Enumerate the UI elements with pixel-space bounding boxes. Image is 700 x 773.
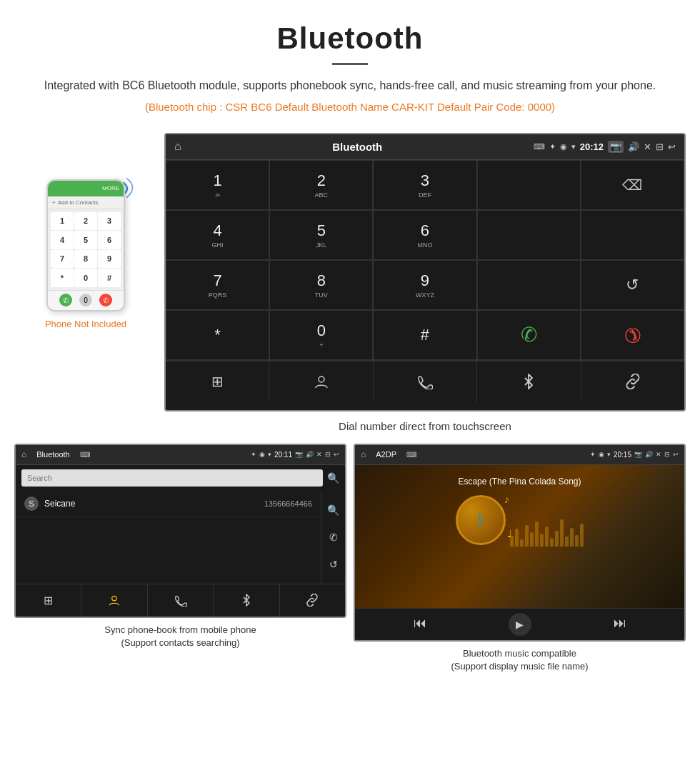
dial-display-area	[477, 160, 581, 210]
dial-key-7[interactable]: 7 PQRS	[166, 260, 269, 310]
pb-vol-icon[interactable]: 🔊	[306, 451, 314, 458]
pb-nav-bluetooth[interactable]	[214, 584, 279, 617]
pb-close-icon[interactable]: ✕	[316, 451, 322, 458]
dial-key-6[interactable]: 6 MNO	[373, 210, 476, 260]
dial-backspace[interactable]: ⌫	[581, 160, 684, 210]
volume-icon[interactable]: 🔊	[628, 141, 639, 152]
phone-screen: MORE +Add to Contacts 1 2 3 4 5 6 7 8	[48, 181, 124, 310]
pb-side-search-icon[interactable]: 🔍	[327, 504, 339, 516]
nav-link-icon[interactable]	[581, 361, 684, 402]
phone-keypad: 1 2 3 4 5 6 7 8 9 * 0 #	[48, 209, 124, 290]
eq-bar-9	[550, 538, 554, 547]
title-divider	[332, 63, 368, 65]
eq-bar-13	[570, 528, 574, 547]
pb-nav-call[interactable]	[148, 584, 214, 617]
music-home-icon[interactable]: ⌂	[361, 449, 366, 459]
phone-key-8: 8	[74, 250, 97, 269]
music-song-title: Escape (The Pina Colada Song)	[458, 477, 581, 487]
dial-empty-r3c4	[477, 260, 581, 310]
nav-contacts-icon[interactable]	[269, 361, 373, 402]
music-bt-icon: ✦	[590, 451, 596, 458]
music-layout: ᛒ ♪ ♩	[456, 495, 584, 552]
pb-contact-row[interactable]: S Seicane 13566664466	[16, 491, 321, 517]
car-screen: ⌂ Bluetooth ⌨ ✦ ◉ ▾ 20:12 📷 🔊 ✕ ⊟ ↩	[164, 133, 686, 412]
pb-nav-keypad[interactable]: ⊞	[16, 584, 81, 617]
home-icon[interactable]: ⌂	[174, 140, 181, 153]
camera-icon[interactable]: 📷	[608, 141, 624, 153]
nav-bluetooth-icon[interactable]	[477, 361, 581, 402]
phone-key-6: 6	[98, 231, 121, 249]
dial-key-9[interactable]: 9 WXYZ	[373, 260, 476, 310]
pb-side-call-icon[interactable]: ✆	[329, 532, 338, 543]
dial-key-0[interactable]: 0 +	[269, 310, 373, 360]
pb-back-icon[interactable]: ↩	[334, 451, 339, 458]
phone-key-hash: #	[98, 269, 121, 287]
phonebook-screen-item: ⌂ Bluetooth ⌨ ✦ ◉ ▾ 20:11 📷 🔊 ✕ ⊟ ↩	[14, 444, 346, 674]
pb-bottom-nav: ⊞	[16, 584, 345, 617]
car-status-bar: ⌂ Bluetooth ⌨ ✦ ◉ ▾ 20:12 📷 🔊 ✕ ⊟ ↩	[166, 134, 684, 160]
pb-side-actions: 🔍 ✆ ↺	[321, 491, 345, 584]
pb-screen-title: Bluetooth	[36, 450, 69, 459]
dial-end-button[interactable]: ✆	[581, 310, 684, 360]
music-wifi-icon: ▾	[607, 451, 611, 458]
dial-key-1[interactable]: 1 ∞	[166, 160, 269, 210]
pb-wifi-icon: ▾	[268, 451, 271, 458]
eq-bar-14	[575, 535, 579, 547]
car-screen-container: ⌂ Bluetooth ⌨ ✦ ◉ ▾ 20:12 📷 🔊 ✕ ⊟ ↩	[164, 133, 686, 437]
phone-top-bar: MORE	[48, 181, 124, 196]
dial-key-star[interactable]: *	[166, 310, 269, 360]
dial-reload-button[interactable]: ↺	[581, 260, 684, 310]
pb-search-icon[interactable]: 🔍	[327, 472, 339, 484]
pb-bt-icon: ✦	[251, 451, 256, 458]
music-back-icon[interactable]: ↩	[673, 451, 679, 458]
header-specs: (Bluetooth chip : CSR BC6 Default Blueto…	[43, 101, 657, 113]
phone-call-button[interactable]: ✆	[59, 294, 72, 306]
screen-icon[interactable]: ⊟	[656, 141, 664, 152]
music-prev-button[interactable]: ⏮	[408, 613, 432, 636]
pb-loc-icon: ◉	[259, 451, 265, 458]
dial-key-8[interactable]: 8 TUV	[269, 260, 373, 310]
music-content-area: Escape (The Pina Colada Song) ᛒ ♪ ♩	[355, 465, 684, 608]
music-note-icon-1: ♪	[504, 494, 509, 505]
usb-icon: ⌨	[534, 142, 545, 151]
phone-key-5: 5	[74, 231, 97, 249]
nav-call-icon[interactable]	[374, 361, 477, 402]
music-vol-icon[interactable]: 🔊	[645, 451, 653, 458]
eq-bar-4	[525, 525, 529, 547]
eq-bar-2	[515, 529, 519, 547]
phone-sidebar: ᛒ MORE +Add to Contacts 1 2	[14, 133, 157, 329]
close-icon[interactable]: ✕	[644, 141, 651, 152]
equalizer-visualization	[510, 518, 584, 547]
pb-home-icon[interactable]: ⌂	[21, 449, 26, 459]
music-close-icon[interactable]: ✕	[656, 451, 661, 458]
dial-empty-r2c5	[581, 210, 684, 260]
back-icon[interactable]: ↩	[668, 141, 676, 152]
pb-side-reload-icon[interactable]: ↺	[329, 559, 338, 570]
eq-bar-8	[545, 527, 549, 547]
dialpad-grid: 1 ∞ 2 ABC 3 DEF ⌫ 4 GHI	[166, 160, 684, 410]
music-next-button[interactable]: ⏭	[608, 613, 632, 636]
pb-cam-icon[interactable]: 📷	[295, 451, 303, 458]
music-play-button[interactable]: ▶	[509, 613, 531, 636]
dial-key-2[interactable]: 2 ABC	[269, 160, 373, 210]
phone-end-button[interactable]: ✆	[99, 294, 112, 306]
pb-search-input[interactable]	[21, 469, 323, 487]
music-cam-icon[interactable]: 📷	[634, 451, 642, 458]
car-screen-caption: Dial number direct from touchscreen	[164, 412, 686, 437]
pb-screen-icon[interactable]: ⊟	[325, 451, 331, 458]
eq-bar-5	[530, 532, 534, 547]
dial-key-4[interactable]: 4 GHI	[166, 210, 269, 260]
music-screen-icon[interactable]: ⊟	[664, 451, 670, 458]
dial-key-hash[interactable]: #	[373, 310, 476, 360]
pb-nav-contacts[interactable]	[81, 584, 147, 617]
phone-key-1: 1	[51, 212, 74, 231]
eq-bar-15	[580, 524, 584, 547]
pb-nav-link[interactable]	[280, 584, 345, 617]
dial-call-button[interactable]: ✆	[477, 310, 581, 360]
svg-point-1	[319, 376, 324, 382]
nav-keypad-icon[interactable]: ⊞	[166, 361, 269, 402]
dial-key-3[interactable]: 3 DEF	[373, 160, 476, 210]
dial-key-5[interactable]: 5 JKL	[269, 210, 373, 260]
car-bottom-nav-row: ⊞	[166, 360, 684, 410]
bottom-screenshots-row: ⌂ Bluetooth ⌨ ✦ ◉ ▾ 20:11 📷 🔊 ✕ ⊟ ↩	[0, 437, 700, 689]
